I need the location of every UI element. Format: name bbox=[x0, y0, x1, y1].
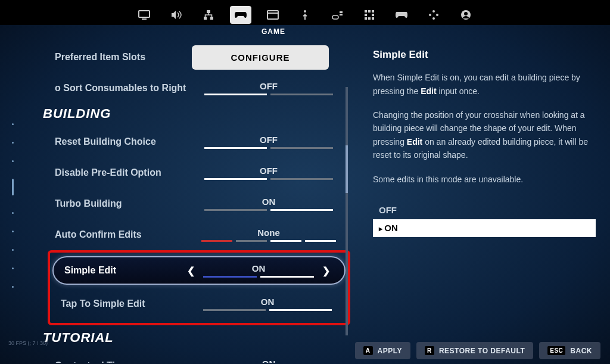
setting-label: Reset Building Choice bbox=[55, 136, 192, 147]
option-off[interactable]: OFF bbox=[373, 201, 596, 219]
button-label: APPLY bbox=[378, 347, 402, 355]
grid-icon[interactable] bbox=[359, 6, 380, 24]
detail-paragraph: Some edits in this mode are unavailable. bbox=[373, 173, 596, 186]
main-content: Preferred Item Slots CONFIGURE o Sort Co… bbox=[0, 36, 610, 363]
svg-rect-8 bbox=[332, 15, 338, 19]
setting-label: o Sort Consumables to Right bbox=[55, 83, 192, 94]
controller-icon[interactable] bbox=[230, 6, 251, 24]
key-hint: A bbox=[363, 346, 373, 355]
svg-rect-12 bbox=[368, 10, 371, 13]
detail-panel: Simple Edit When Simple Edit is on, you … bbox=[351, 36, 610, 363]
section-dot[interactable] bbox=[12, 123, 14, 125]
touch-icon[interactable] bbox=[294, 6, 316, 24]
detail-paragraph: When Simple Edit is on, you can edit a b… bbox=[373, 71, 596, 98]
section-dot[interactable] bbox=[12, 142, 14, 144]
option-on[interactable]: ON bbox=[373, 219, 596, 237]
svg-point-22 bbox=[436, 14, 438, 16]
svg-rect-10 bbox=[340, 14, 343, 15]
apply-button[interactable]: A APPLY bbox=[355, 342, 410, 359]
setting-value: ON bbox=[192, 197, 346, 207]
footer-buttons: A APPLY R RESTORE TO DEFAULT ESC BACK bbox=[355, 342, 601, 359]
dpad-icon[interactable] bbox=[423, 6, 444, 24]
user-icon[interactable] bbox=[455, 6, 477, 24]
top-nav bbox=[0, 0, 610, 25]
nav-active-label: GAME bbox=[0, 27, 610, 36]
setting-value: OFF bbox=[192, 166, 346, 176]
svg-rect-14 bbox=[365, 14, 367, 16]
setting-value: ON bbox=[198, 297, 337, 307]
button-label: RESTORE TO DEFAULT bbox=[439, 347, 525, 355]
arrow-right-icon[interactable]: ❯ bbox=[319, 265, 334, 276]
panel-divider bbox=[346, 87, 348, 335]
setting-value: OFF bbox=[192, 81, 346, 91]
setting-preferred-item-slots[interactable]: Preferred Item Slots CONFIGURE bbox=[55, 44, 346, 70]
fps-counter: 30 FPS (; 7 ! 30) bbox=[8, 340, 48, 346]
svg-rect-9 bbox=[340, 11, 343, 13]
mouse-icon[interactable] bbox=[326, 6, 348, 24]
svg-point-7 bbox=[304, 10, 306, 13]
section-dot-active[interactable] bbox=[12, 179, 14, 195]
setting-value: None bbox=[192, 228, 346, 238]
monitor-icon[interactable] bbox=[133, 6, 155, 24]
svg-rect-11 bbox=[365, 10, 367, 13]
svg-rect-3 bbox=[204, 17, 207, 20]
section-dot[interactable] bbox=[12, 231, 14, 232]
button-label: BACK bbox=[570, 347, 592, 355]
section-dot[interactable] bbox=[12, 212, 14, 214]
setting-label: Turbo Building bbox=[55, 198, 192, 209]
svg-point-20 bbox=[432, 17, 435, 20]
detail-title: Simple Edit bbox=[373, 46, 596, 63]
setting-simple-edit[interactable]: Simple Edit ❮ ON ❯ bbox=[52, 256, 346, 285]
section-header-building: BUILDING bbox=[43, 106, 346, 122]
svg-rect-17 bbox=[368, 17, 371, 20]
section-dots bbox=[0, 36, 25, 363]
setting-value: OFF bbox=[192, 135, 346, 145]
svg-rect-0 bbox=[139, 11, 150, 17]
section-header-tutorial: TUTORIAL bbox=[43, 330, 346, 346]
svg-rect-15 bbox=[372, 14, 374, 16]
detail-paragraph: Changing the position of your crosshair … bbox=[373, 108, 596, 162]
highlight-box: Simple Edit ❮ ON ❯ Tap To Simple Edit ON bbox=[48, 250, 350, 325]
svg-rect-4 bbox=[210, 17, 213, 20]
restore-button[interactable]: R RESTORE TO DEFAULT bbox=[416, 342, 533, 359]
key-hint: R bbox=[425, 346, 434, 355]
setting-value: ON bbox=[192, 359, 346, 363]
setting-turbo-building[interactable]: Turbo Building ON bbox=[55, 191, 346, 217]
setting-contextual-tips[interactable]: Contextual Tips ON bbox=[55, 353, 346, 363]
section-dot[interactable] bbox=[12, 160, 14, 162]
setting-label: Simple Edit bbox=[64, 265, 183, 276]
gamepad-icon[interactable] bbox=[391, 6, 412, 24]
setting-label: Contextual Tips bbox=[55, 360, 192, 363]
svg-rect-13 bbox=[372, 10, 374, 13]
configure-button[interactable]: CONFIGURE bbox=[192, 45, 329, 70]
volume-icon[interactable] bbox=[166, 6, 187, 24]
section-dot[interactable] bbox=[12, 267, 14, 269]
setting-sort-consumables[interactable]: o Sort Consumables to Right OFF bbox=[55, 75, 346, 101]
svg-rect-18 bbox=[372, 17, 374, 20]
back-button[interactable]: ESC BACK bbox=[539, 342, 600, 359]
setting-tap-simple-edit[interactable]: Tap To Simple Edit ON bbox=[52, 291, 346, 317]
setting-label: Disable Pre-Edit Option bbox=[55, 167, 192, 178]
svg-rect-16 bbox=[365, 17, 367, 20]
arrow-left-icon[interactable]: ❮ bbox=[183, 265, 198, 276]
section-dot[interactable] bbox=[12, 286, 14, 288]
setting-auto-confirm[interactable]: Auto Confirm Edits None bbox=[55, 222, 346, 248]
svg-rect-2 bbox=[207, 10, 210, 13]
settings-list: Preferred Item Slots CONFIGURE o Sort Co… bbox=[25, 36, 351, 363]
svg-point-19 bbox=[432, 10, 435, 13]
key-hint: ESC bbox=[547, 346, 565, 355]
window-icon[interactable] bbox=[262, 6, 284, 24]
setting-disable-preedit[interactable]: Disable Pre-Edit Option OFF bbox=[55, 160, 346, 186]
setting-label: Auto Confirm Edits bbox=[55, 229, 192, 240]
svg-rect-5 bbox=[267, 11, 278, 19]
option-list: OFF ON bbox=[373, 201, 596, 237]
setting-value: ON bbox=[198, 263, 319, 273]
svg-rect-1 bbox=[142, 18, 147, 20]
svg-point-24 bbox=[464, 12, 468, 15]
svg-point-21 bbox=[429, 14, 431, 16]
setting-label: Tap To Simple Edit bbox=[61, 298, 198, 309]
section-dot[interactable] bbox=[12, 249, 14, 251]
network-icon[interactable] bbox=[198, 6, 219, 24]
setting-label: Preferred Item Slots bbox=[55, 52, 192, 63]
setting-reset-building[interactable]: Reset Building Choice OFF bbox=[55, 129, 346, 155]
